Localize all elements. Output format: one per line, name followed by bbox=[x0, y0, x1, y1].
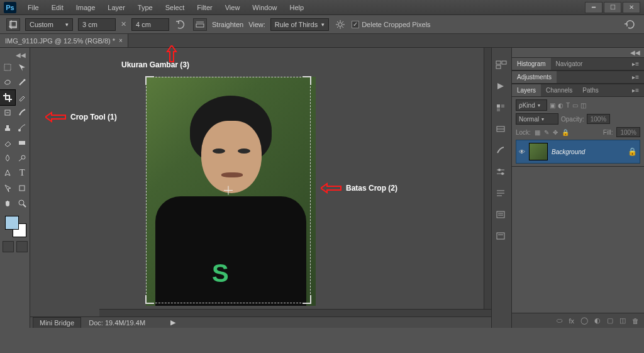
quickmask-mode-icon[interactable] bbox=[16, 241, 28, 252]
notes-panel-icon[interactable] bbox=[496, 210, 508, 220]
close-tab-icon[interactable]: × bbox=[119, 37, 123, 44]
path-select-tool-icon[interactable] bbox=[0, 181, 15, 196]
type-tool-icon[interactable]: T bbox=[15, 165, 30, 181]
dodge-tool-icon[interactable] bbox=[15, 150, 30, 165]
tab-paths[interactable]: Paths bbox=[577, 84, 604, 96]
doc-info-chevron-icon[interactable]: ▶ bbox=[170, 318, 175, 327]
crop-preset-dropdown[interactable]: Custom bbox=[25, 18, 73, 31]
menu-layer[interactable]: Layer bbox=[103, 1, 130, 14]
menu-image[interactable]: Image bbox=[71, 1, 101, 14]
foreground-color-swatch[interactable] bbox=[5, 216, 19, 230]
panel-menu-icon[interactable]: ▸≡ bbox=[627, 58, 644, 70]
pen-tool-icon[interactable] bbox=[0, 165, 15, 181]
vertical-scrollbar[interactable] bbox=[484, 48, 491, 309]
blur-tool-icon[interactable] bbox=[0, 150, 15, 165]
selection-tool-icon[interactable] bbox=[15, 60, 30, 75]
menu-help[interactable]: Help bbox=[284, 1, 309, 14]
close-button[interactable]: ✕ bbox=[623, 2, 640, 13]
tab-layers[interactable]: Layers bbox=[512, 84, 541, 96]
standard-mode-icon[interactable] bbox=[3, 241, 14, 252]
opacity-value[interactable]: 100% bbox=[587, 114, 611, 124]
move-tool-icon[interactable] bbox=[0, 60, 15, 75]
sliders-icon[interactable] bbox=[496, 167, 508, 177]
crop-height-input[interactable]: 4 cm bbox=[131, 18, 169, 31]
library-icon[interactable] bbox=[496, 125, 508, 135]
collapse-panels-icon[interactable]: ◀◀ bbox=[512, 48, 644, 57]
history-brush-tool-icon[interactable] bbox=[15, 120, 30, 135]
crop-tool[interactable] bbox=[0, 90, 15, 105]
layer-kind-dropdown[interactable]: ρ Kind bbox=[516, 99, 547, 111]
tab-histogram[interactable]: Histogram bbox=[512, 58, 551, 70]
menu-type[interactable]: Type bbox=[133, 1, 158, 14]
gradient-tool-icon[interactable] bbox=[15, 135, 30, 150]
lock-all-icon[interactable]: 🔒 bbox=[562, 129, 569, 136]
stamp-tool-icon[interactable] bbox=[0, 120, 15, 135]
layer-mask-icon[interactable]: ◯ bbox=[580, 317, 588, 325]
layer-thumbnail[interactable] bbox=[529, 143, 548, 160]
filter-type-icon[interactable]: T bbox=[566, 102, 570, 109]
panel-menu-icon[interactable]: ▸≡ bbox=[627, 71, 644, 83]
crop-tool-icon[interactable] bbox=[6, 18, 20, 31]
menu-view[interactable]: View bbox=[220, 1, 245, 14]
menu-edit[interactable]: Edit bbox=[47, 1, 69, 14]
fill-value[interactable]: 100% bbox=[616, 127, 640, 137]
edit-mode-toggle[interactable] bbox=[0, 241, 30, 252]
menu-file[interactable]: File bbox=[23, 1, 44, 14]
maximize-button[interactable]: ☐ bbox=[604, 2, 621, 13]
swap-dimensions-icon[interactable] bbox=[174, 18, 188, 31]
lasso-tool-icon[interactable] bbox=[0, 75, 15, 90]
tab-navigator[interactable]: Navigator bbox=[551, 58, 588, 70]
eraser-tool-icon[interactable] bbox=[0, 135, 15, 150]
crop-width-input[interactable]: 3 cm bbox=[78, 18, 116, 31]
shape-tool-icon[interactable] bbox=[15, 181, 30, 196]
filter-smart-icon[interactable]: ◫ bbox=[580, 102, 586, 109]
layer-row-background[interactable]: 👁 Background 🔒 bbox=[516, 140, 640, 164]
menu-select[interactable]: Select bbox=[160, 1, 190, 14]
arrange-icon[interactable] bbox=[496, 60, 508, 70]
menu-window[interactable]: Window bbox=[247, 1, 282, 14]
collapse-toolbox-icon[interactable]: ◀◀ bbox=[0, 50, 30, 60]
play-icon[interactable] bbox=[496, 82, 508, 92]
color-swatches[interactable] bbox=[3, 213, 28, 238]
lock-transparency-icon[interactable]: ▦ bbox=[535, 129, 540, 136]
wand-tool-icon[interactable] bbox=[15, 75, 30, 90]
horizontal-scrollbar[interactable] bbox=[99, 309, 491, 317]
swatches-panel-icon[interactable] bbox=[496, 103, 508, 113]
brush-tool-icon[interactable] bbox=[15, 105, 30, 120]
tab-adjustments[interactable]: Adjustments bbox=[512, 71, 557, 83]
trash-icon[interactable]: 🗑 bbox=[632, 317, 639, 325]
info-panel-icon[interactable] bbox=[496, 232, 508, 242]
crop-settings-gear-icon[interactable] bbox=[334, 18, 347, 31]
zoom-tool-icon[interactable] bbox=[15, 196, 30, 211]
panel-menu-icon[interactable]: ▸≡ bbox=[627, 84, 644, 96]
fill-adjust-icon[interactable]: ◐ bbox=[594, 317, 601, 325]
canvas-area[interactable]: Crop Tool (1) Ukuran Gambar (3) Batas Cr… bbox=[30, 48, 492, 328]
lock-position-icon[interactable]: ✥ bbox=[553, 129, 558, 136]
new-layer-icon[interactable]: ◫ bbox=[619, 317, 626, 325]
hand-tool-icon[interactable] bbox=[0, 196, 15, 211]
group-icon[interactable]: ▢ bbox=[607, 317, 613, 325]
clear-options-icon[interactable] bbox=[623, 20, 638, 30]
menu-filter[interactable]: Filter bbox=[192, 1, 217, 14]
document-tab[interactable]: IMG_9110.JPG @ 12.5% (RGB/8) * × bbox=[0, 34, 128, 47]
visibility-eye-icon[interactable]: 👁 bbox=[519, 148, 525, 155]
filter-adjust-icon[interactable]: ◐ bbox=[558, 102, 564, 109]
crop-overlay-dropdown[interactable]: Rule of Thirds bbox=[270, 18, 329, 31]
blend-mode-dropdown[interactable]: Normal bbox=[516, 113, 558, 125]
minimize-button[interactable]: ━ bbox=[585, 2, 602, 13]
lock-paint-icon[interactable]: ✎ bbox=[544, 129, 549, 136]
paragraph-panel-icon[interactable] bbox=[496, 189, 508, 199]
brush-panel-icon[interactable] bbox=[496, 146, 508, 156]
layer-name[interactable]: Background bbox=[552, 148, 624, 155]
delete-cropped-checkbox[interactable]: Delete Cropped Pixels bbox=[352, 21, 430, 28]
mini-bridge-tab[interactable]: Mini Bridge bbox=[33, 317, 81, 328]
eyedropper-tool-icon[interactable] bbox=[15, 90, 30, 105]
filter-pixel-icon[interactable]: ▣ bbox=[550, 102, 555, 109]
filter-shape-icon[interactable]: ▭ bbox=[572, 102, 578, 109]
fx-icon[interactable]: fx bbox=[569, 317, 574, 325]
healing-tool-icon[interactable] bbox=[0, 105, 15, 120]
tab-channels[interactable]: Channels bbox=[541, 84, 577, 96]
link-layers-icon[interactable]: ⬭ bbox=[557, 317, 562, 325]
straighten-icon[interactable] bbox=[193, 18, 207, 31]
straighten-label[interactable]: Straighten bbox=[212, 21, 243, 28]
